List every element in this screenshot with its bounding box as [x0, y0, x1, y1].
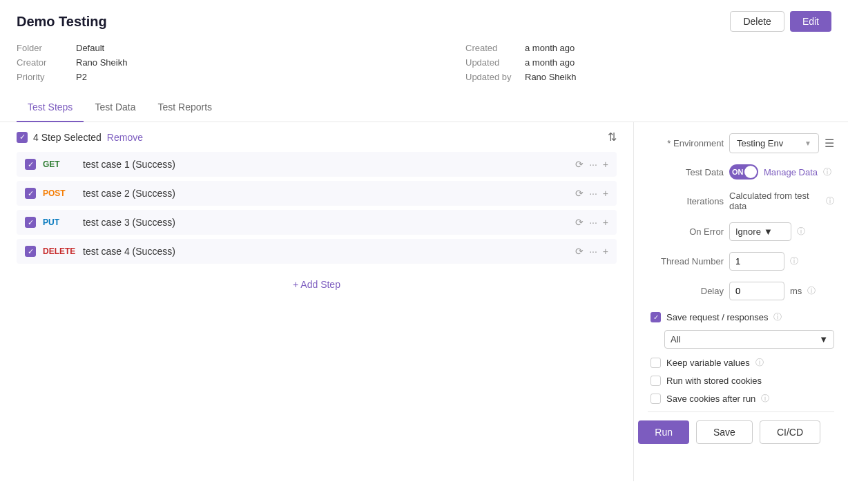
step-3-repeat-icon[interactable]: ⟳ [575, 217, 584, 228]
keep-variable-checkbox[interactable] [651, 358, 661, 368]
on-error-info-icon[interactable]: ⓘ [797, 226, 805, 238]
toggle-on-label: ON [732, 168, 744, 176]
save-requests-info-icon[interactable]: ⓘ [773, 311, 782, 323]
add-step-button[interactable]: + Add Step [17, 268, 617, 301]
environment-value: Testing Env [737, 138, 783, 148]
on-error-value: Ignore [735, 226, 761, 237]
delay-unit: ms [790, 286, 802, 296]
on-error-row: On Error Ignore ▼ ⓘ [648, 222, 834, 241]
delete-button[interactable]: Delete [730, 11, 784, 32]
step-header: 4 Step Selected Remove ⇅ [17, 122, 617, 152]
save-button[interactable]: Save [696, 420, 753, 444]
created-value: a month ago [525, 43, 575, 53]
thread-number-info-icon[interactable]: ⓘ [790, 255, 798, 267]
step-4-name: test case 4 (Success) [83, 246, 568, 257]
updated-by-label: Updated by [465, 72, 514, 82]
remove-link[interactable]: Remove [107, 132, 143, 143]
cicd-button[interactable]: CI/CD [760, 420, 820, 444]
menu-icon[interactable]: ☰ [825, 137, 834, 150]
run-button[interactable]: Run [638, 420, 689, 444]
save-cookies-row: Save cookies after run ⓘ [648, 393, 834, 405]
step-2-add-icon[interactable]: + [603, 188, 608, 199]
save-requests-checkbox[interactable] [651, 312, 661, 322]
created-label: Created [465, 43, 514, 53]
keep-variable-row: Keep variable values ⓘ [648, 357, 834, 369]
delay-row: Delay ms ⓘ [648, 282, 834, 300]
tab-test-data[interactable]: Test Data [84, 93, 146, 122]
bottom-actions: Run Save CI/CD [648, 411, 834, 452]
step-1-repeat-icon[interactable]: ⟳ [575, 159, 584, 170]
tab-test-steps[interactable]: Test Steps [17, 93, 84, 122]
chevron-down-icon: ▼ [819, 334, 828, 345]
iterations-info-icon[interactable]: ⓘ [826, 195, 834, 207]
save-requests-option-value: All [671, 334, 680, 345]
manage-data-link[interactable]: Manage Data [764, 167, 818, 177]
edit-button[interactable]: Edit [790, 11, 831, 32]
page-title: Demo Testing [17, 14, 107, 30]
tabs-bar: Test Steps Test Data Test Reports [0, 93, 848, 122]
environment-select[interactable]: Testing Env ▼ [729, 133, 819, 153]
step-4-method: DELETE [43, 246, 76, 256]
save-requests-label: Save request / responses [666, 312, 768, 322]
save-cookies-info-icon[interactable]: ⓘ [761, 393, 769, 405]
thread-number-row: Thread Number ⓘ [648, 252, 834, 271]
meta-row-folder: Folder Default [17, 43, 383, 53]
step-2-more-icon[interactable]: ··· [589, 188, 597, 199]
step-4-more-icon[interactable]: ··· [589, 246, 597, 257]
step-1-name: test case 1 (Success) [83, 159, 568, 170]
step-2-repeat-icon[interactable]: ⟳ [575, 188, 584, 199]
step-4-add-icon[interactable]: + [603, 246, 608, 257]
meta-left: Folder Default Creator Rano Sheikh Prior… [17, 43, 383, 82]
step-3-method: PUT [43, 217, 76, 227]
on-error-label: On Error [648, 226, 724, 237]
page-header: Demo Testing Delete Edit [0, 0, 848, 37]
updated-value: a month ago [525, 57, 575, 68]
test-data-toggle-container: ON Manage Data ⓘ [729, 164, 831, 180]
step-1-checkbox[interactable] [25, 159, 36, 170]
step-3-more-icon[interactable]: ··· [589, 217, 597, 228]
run-stored-cookies-row: Run with stored cookies [648, 376, 834, 386]
test-data-toggle[interactable]: ON [729, 164, 758, 180]
save-requests-options-row: All ▼ [648, 330, 834, 349]
step-1-add-icon[interactable]: + [603, 159, 608, 170]
save-cookies-checkbox[interactable] [651, 394, 661, 404]
content-area: 4 Step Selected Remove ⇅ GET test case 1… [0, 122, 848, 481]
tab-test-reports[interactable]: Test Reports [147, 93, 224, 122]
delay-info-icon[interactable]: ⓘ [807, 285, 816, 297]
select-all-checkbox[interactable] [17, 132, 28, 143]
creator-value: Rano Sheikh [76, 57, 127, 68]
step-row: DELETE test case 4 (Success) ⟳ ··· + [17, 239, 617, 264]
environment-row: * Environment Testing Env ▼ ☰ [648, 133, 834, 153]
updated-by-value: Rano Sheikh [525, 72, 576, 82]
step-3-actions: ⟳ ··· + [575, 217, 608, 228]
meta-row-updated-by: Updated by Rano Sheikh [465, 72, 831, 82]
manage-data-info-icon[interactable]: ⓘ [823, 166, 831, 178]
iterations-value: Calculated from test data [729, 191, 820, 211]
keep-variable-info-icon[interactable]: ⓘ [755, 357, 764, 369]
step-1-more-icon[interactable]: ··· [589, 159, 597, 170]
header-actions: Delete Edit [730, 11, 831, 32]
step-3-add-icon[interactable]: + [603, 217, 608, 228]
step-2-actions: ⟳ ··· + [575, 188, 608, 199]
creator-label: Creator [17, 57, 65, 68]
step-row: GET test case 1 (Success) ⟳ ··· + [17, 152, 617, 177]
save-requests-option-select[interactable]: All ▼ [664, 330, 834, 349]
delay-input[interactable] [729, 282, 784, 300]
on-error-select[interactable]: Ignore ▼ [729, 222, 791, 241]
step-1-method: GET [43, 159, 76, 169]
step-4-checkbox[interactable] [25, 246, 36, 257]
run-stored-cookies-checkbox[interactable] [651, 376, 661, 386]
step-4-repeat-icon[interactable]: ⟳ [575, 246, 584, 257]
sort-icon[interactable]: ⇅ [608, 130, 617, 144]
priority-value: P2 [76, 72, 87, 82]
step-row: PUT test case 3 (Success) ⟳ ··· + [17, 210, 617, 235]
step-1-actions: ⟳ ··· + [575, 159, 608, 170]
chevron-down-icon: ▼ [804, 139, 811, 147]
left-panel: 4 Step Selected Remove ⇅ GET test case 1… [0, 122, 634, 481]
chevron-down-icon: ▼ [764, 226, 773, 237]
thread-number-label: Thread Number [648, 256, 724, 266]
thread-number-input[interactable] [729, 252, 784, 271]
step-2-checkbox[interactable] [25, 188, 36, 199]
run-stored-cookies-label: Run with stored cookies [666, 376, 762, 386]
step-3-checkbox[interactable] [25, 217, 36, 228]
